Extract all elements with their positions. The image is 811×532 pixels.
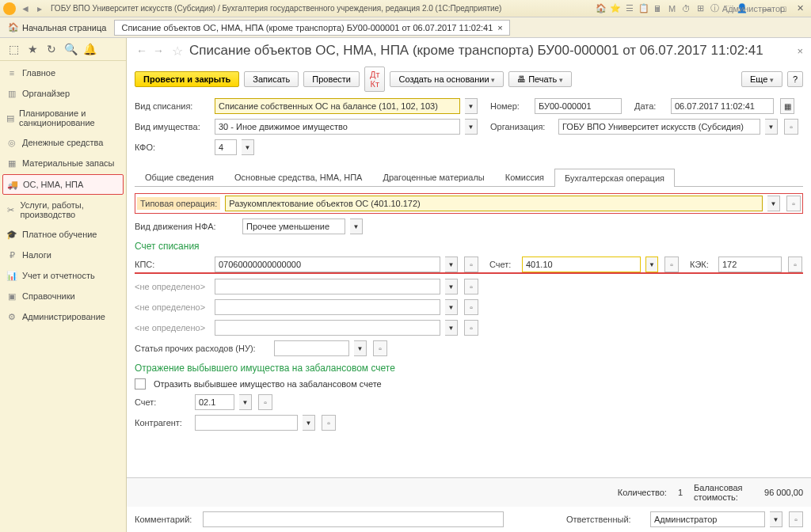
sidebar-item-os[interactable]: 🚚ОС, НМА, НПА [2,174,124,195]
bell-icon[interactable]: 🔔 [81,41,98,57]
tab-close-icon[interactable]: × [497,23,502,32]
sidebar-item-reports[interactable]: 📊Учет и отчетность [0,265,126,286]
tool-icon[interactable]: ⓘ [709,2,721,14]
fav-icon[interactable]: ☆ [172,44,183,59]
history-icon[interactable]: ↻ [43,41,60,57]
dropdown-icon[interactable]: ▼ [465,98,478,114]
dropdown-icon[interactable]: ▼ [350,218,363,234]
doc-close-icon[interactable]: × [797,45,803,57]
responsible-field[interactable]: Администратор [650,511,765,527]
open-icon[interactable]: ▫ [788,256,802,272]
open-icon[interactable]: ▫ [464,320,478,336]
tab-precious[interactable]: Драгоценные материалы [372,168,494,186]
dropdown-icon[interactable]: ▼ [354,340,367,356]
save-button[interactable]: Записать [244,71,299,87]
calendar-icon[interactable]: ▦ [780,98,794,114]
dt-kt-button[interactable]: ДтКт [364,66,386,92]
tool-icon[interactable]: ⭐ [609,2,621,14]
fwd-icon[interactable]: → [153,44,164,57]
sidebar-item-edu[interactable]: 🎓Платное обучение [0,224,126,245]
open-icon[interactable]: ▫ [789,511,803,527]
post-button[interactable]: Провести [303,71,360,87]
sidebar-item-tax[interactable]: ₽Налоги [0,245,126,265]
create-based-button[interactable]: Создать на основании [390,71,504,87]
close-icon[interactable]: ✕ [792,2,808,15]
dropdown-icon[interactable]: ▼ [770,511,782,527]
dropdown-icon[interactable]: ▼ [445,320,458,336]
user-label[interactable]: 👤 Администратор [742,2,754,14]
dropdown-icon[interactable]: ▼ [445,279,458,294]
dropdown-icon[interactable]: ▼ [465,119,478,135]
offbalance-checkbox[interactable] [135,378,146,390]
tool-icon[interactable]: M [666,2,678,14]
maximize-icon[interactable]: □ [775,2,791,15]
sidebar-item-refs[interactable]: ▣Справочники [0,286,126,306]
sidebar-item-admin[interactable]: ⚙Администрирование [0,306,126,327]
sidebar-item-materials[interactable]: ▦Материальные запасы [0,153,126,173]
sidebar-item-services[interactable]: ✂Услуги, работы, производство [0,196,126,224]
tab-commission[interactable]: Комиссия [495,168,554,186]
open-icon[interactable]: ▫ [786,196,801,211]
help-button[interactable]: ? [787,71,803,87]
org-field[interactable]: ГОБУ ВПО Университет искусств (Субсидия) [558,119,760,135]
tool-icon[interactable]: 🖩 [652,2,664,14]
type-op-field[interactable]: Разукомплектование объектов ОС (401.10.1… [225,196,763,211]
kps-field[interactable]: 07060000000000000 [215,256,440,272]
undef-field[interactable] [215,320,440,336]
tool-icon[interactable]: 📋 [638,2,649,14]
undef-field[interactable] [215,279,440,294]
star-icon[interactable]: ★ [24,41,41,57]
kindof-field[interactable]: Списание собственных ОС на балансе (101,… [215,98,460,114]
comment-field[interactable] [203,511,504,527]
sidebar-item-organizer[interactable]: ▥Органайзер [0,83,126,104]
dropdown-icon[interactable]: ▼ [767,196,780,211]
tool-icon[interactable]: ⏱ [680,2,692,14]
dropdown-icon[interactable]: ▼ [242,139,254,155]
sidebar-item-money[interactable]: ◎Денежные средства [0,132,126,153]
tab-document[interactable]: Списание объектов ОС, НМА, НПА (кроме тр… [114,20,509,36]
dropdown-icon[interactable]: ▼ [445,256,458,272]
post-close-button[interactable]: Провести и закрыть [135,71,239,87]
kek-field[interactable]: 172 [718,256,782,272]
contragent-field[interactable] [195,415,298,431]
sidebar-item-planning[interactable]: ▤Планирование и санкционирование [0,104,126,132]
fwd-icon[interactable]: ▸ [33,2,46,15]
dropdown-icon[interactable]: ▼ [303,415,315,431]
open-icon[interactable]: ▫ [373,340,387,356]
acc-field[interactable]: 401.10 [522,256,641,272]
more-button[interactable]: Еще [741,71,782,87]
open-icon[interactable]: ▫ [464,279,478,294]
expense-field[interactable] [274,340,349,356]
open-icon[interactable]: ▫ [464,256,478,272]
tool-icon[interactable]: ☰ [623,2,635,14]
print-button[interactable]: 🖶 Печать [508,71,572,87]
tab-accounting[interactable]: Бухгалтерская операция [554,169,675,187]
tool-icon[interactable]: ⊞ [695,2,706,14]
dropdown-icon[interactable]: ▼ [765,119,778,135]
open-icon[interactable]: ▫ [322,415,336,431]
undef-field[interactable] [215,299,440,315]
dropdown-icon[interactable]: ▼ [645,256,658,272]
grid-icon[interactable]: ⬚ [5,41,22,57]
open-icon[interactable]: ▫ [784,119,798,135]
kfo-field[interactable]: 4 [215,139,237,155]
tool-icon[interactable]: 🏠 [595,2,607,14]
dropdown-icon[interactable]: ▼ [239,394,252,410]
open-icon[interactable]: ▫ [258,394,272,410]
number-field[interactable]: БУ00-000001 [535,98,622,114]
date-field[interactable]: 06.07.2017 11:02:41 [671,98,774,114]
minimize-icon[interactable]: — [759,2,775,15]
tab-home[interactable]: 🏠 Начальная страница [0,19,114,36]
dropdown-icon[interactable]: ▼ [445,299,458,315]
prop-field[interactable]: 30 - Иное движимое имущество [215,119,460,135]
search-icon[interactable]: 🔍 [62,41,79,57]
open-icon[interactable]: ▫ [664,256,679,272]
back-icon[interactable]: ← [136,44,147,57]
sidebar-item-main[interactable]: ≡Главное [0,63,126,83]
tab-general[interactable]: Общие сведения [135,168,224,186]
move-field[interactable]: Прочее уменьшение [242,218,345,234]
back-icon[interactable]: ◄ [19,2,32,15]
acc2-field[interactable]: 02.1 [195,394,234,410]
tab-os[interactable]: Основные средства, НМА, НПА [224,168,372,186]
open-icon[interactable]: ▫ [464,299,478,315]
